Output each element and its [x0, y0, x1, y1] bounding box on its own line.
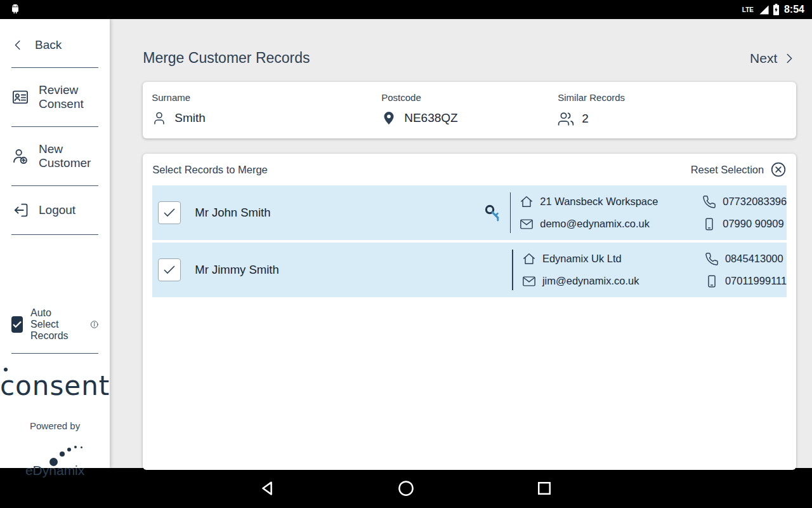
divider	[512, 250, 513, 290]
mobile-icon	[702, 217, 716, 231]
clock: 8:54	[784, 4, 804, 15]
nav-recents-button[interactable]	[535, 479, 554, 498]
record-row[interactable]: Mr Jimmy Smith Edynamix Uk Ltd 084541300…	[152, 243, 787, 297]
phone-icon	[705, 252, 719, 266]
auto-select-checkbox[interactable]	[11, 316, 23, 333]
logout-icon	[11, 201, 29, 219]
main-content: Merge Customer Records Next Surname Smit…	[110, 19, 812, 468]
record-phone: 07732083396	[723, 196, 787, 208]
review-consent-icon	[11, 88, 29, 106]
check-icon	[11, 319, 23, 330]
location-pin-icon	[381, 110, 396, 126]
check-icon	[162, 205, 177, 220]
record-phone: 0845413000	[725, 253, 783, 265]
surname-label: Surname	[152, 92, 381, 103]
next-label: Next	[750, 51, 777, 66]
logo-dot	[4, 368, 8, 371]
sidebar: Back Review Consent New Customer	[0, 19, 110, 468]
new-customer-icon	[11, 147, 29, 165]
nav-back-button[interactable]	[258, 479, 277, 498]
records-title: Select Records to Merge	[152, 164, 268, 176]
postcode-label: Postcode	[381, 92, 558, 103]
sidebar-item-new-customer[interactable]: New Customer	[0, 127, 110, 185]
status-bar: LTE 8:54	[0, 0, 812, 19]
back-label: Back	[35, 38, 62, 52]
record-mobile: 07990 90909	[723, 218, 783, 230]
users-icon	[558, 110, 574, 127]
record-checkbox[interactable]	[158, 258, 181, 281]
records-card: Select Records to Merge Reset Selection …	[143, 154, 796, 470]
powered-by-label: Powered by	[0, 420, 110, 431]
similar-records-value: 2	[582, 112, 589, 126]
user-icon	[152, 110, 167, 126]
sidebar-item-label: Review Consent	[39, 83, 98, 111]
record-email: jim@edynamix.co.uk	[542, 275, 639, 287]
record-checkbox[interactable]	[158, 201, 181, 224]
key-icon	[482, 202, 504, 224]
divider	[11, 234, 98, 235]
battery-icon	[773, 4, 780, 15]
reset-selection-button[interactable]: Reset Selection	[691, 161, 787, 178]
back-button[interactable]: Back	[0, 19, 110, 67]
next-button[interactable]: Next	[750, 51, 796, 66]
chevron-right-icon	[782, 51, 796, 65]
info-icon[interactable]	[90, 317, 98, 332]
sidebar-item-label: New Customer	[39, 142, 98, 170]
check-icon	[162, 262, 177, 277]
sidebar-item-logout[interactable]: Logout	[0, 186, 110, 234]
chevron-left-icon	[11, 38, 25, 52]
email-icon	[520, 217, 534, 231]
record-email: demo@edynamix.co.uk	[540, 218, 650, 230]
divider	[510, 192, 511, 233]
edynamix-logo: eDynamix	[0, 449, 110, 468]
email-icon	[522, 274, 536, 288]
phone-icon	[702, 195, 716, 209]
consent-logo: consent	[0, 370, 110, 401]
surname-value: Smith	[174, 111, 206, 125]
page-title: Merge Customer Records	[143, 50, 310, 67]
record-name: Mr John Smith	[195, 206, 476, 220]
mobile-icon	[705, 274, 719, 288]
close-circle-icon	[770, 161, 787, 178]
android-icon	[9, 2, 22, 17]
home-icon	[520, 195, 534, 209]
reset-selection-label: Reset Selection	[691, 164, 764, 176]
network-label: LTE	[742, 6, 754, 13]
sidebar-item-review-consent[interactable]: Review Consent	[0, 68, 110, 126]
signal-icon	[759, 4, 769, 15]
record-mobile: 07011999111	[725, 275, 787, 287]
android-nav-bar	[0, 468, 812, 508]
record-row[interactable]: Mr John Smith 21 Wansbeck Workspace	[152, 185, 787, 240]
record-address: Edynamix Uk Ltd	[542, 253, 622, 265]
record-name: Mr Jimmy Smith	[195, 263, 478, 277]
home-icon	[522, 252, 536, 266]
sidebar-item-label: Logout	[39, 203, 75, 217]
divider	[11, 353, 98, 354]
search-summary-card: Surname Smith Postcode NE638QZ Similar R…	[143, 82, 796, 138]
auto-select-label: Auto Select Records	[30, 307, 82, 342]
postcode-value: NE638QZ	[404, 111, 457, 125]
record-address: 21 Wansbeck Workspace	[540, 196, 658, 208]
nav-home-button[interactable]	[396, 479, 416, 498]
similar-records-label: Similar Records	[558, 92, 787, 103]
